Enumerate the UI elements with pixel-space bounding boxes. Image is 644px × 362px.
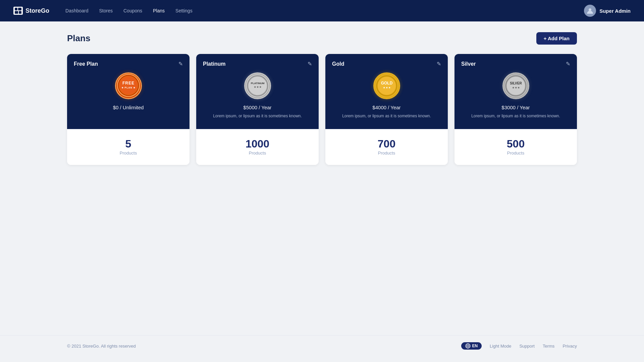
nav-stores[interactable]: Stores — [99, 8, 113, 13]
plan-name-free: Free Plan — [74, 61, 98, 67]
plan-desc-gold: Lorem ipsum, or lipsum as it is sometime… — [342, 113, 431, 119]
plan-name-platinum: Platinum — [203, 61, 226, 67]
header-left: StoreGo Dashboard Stores Coupons Plans S… — [13, 7, 193, 15]
footer: © 2021 StoreGo. All rights reserved EN L… — [0, 335, 644, 356]
plan-product-label-silver: Products — [461, 150, 570, 156]
footer-privacy[interactable]: Privacy — [562, 344, 577, 349]
svg-point-6 — [119, 76, 138, 95]
plan-product-label-platinum: Products — [203, 150, 312, 156]
nav-coupons[interactable]: Coupons — [123, 8, 142, 13]
add-plan-button[interactable]: + Add Plan — [536, 32, 577, 45]
plan-header-row-gold: Gold ✎ — [332, 61, 441, 67]
logo: StoreGo — [13, 7, 49, 15]
plan-card-free: Free Plan ✎ FREE ★ PLAN ★ $0 / Unlimited — [67, 54, 190, 165]
footer-terms[interactable]: Terms — [543, 344, 554, 349]
svg-text:★ ★ ★: ★ ★ ★ — [383, 86, 391, 89]
edit-icon-gold[interactable]: ✎ — [437, 61, 441, 67]
plan-header-row-silver: Silver ✎ — [461, 61, 570, 67]
footer-support[interactable]: Support — [519, 344, 535, 349]
footer-copyright: © 2021 StoreGo. All rights reserved — [67, 344, 136, 349]
nav-plans[interactable]: Plans — [153, 8, 165, 13]
plan-card-free-top: Free Plan ✎ FREE ★ PLAN ★ $0 / Unlimited — [67, 54, 190, 129]
plan-header-row-free: Free Plan ✎ — [74, 61, 183, 67]
lang-label: EN — [472, 344, 478, 348]
plan-desc-silver: Lorem ipsum, or lipsum as it is sometime… — [471, 113, 560, 119]
plan-name-silver: Silver — [461, 61, 476, 67]
svg-text:PLATINUM: PLATINUM — [251, 82, 264, 85]
plans-grid: Free Plan ✎ FREE ★ PLAN ★ $0 / Unlimited — [67, 54, 577, 165]
page-title: Plans — [67, 33, 90, 44]
plan-desc-platinum: Lorem ipsum, or lipsum as it is sometime… — [213, 113, 302, 119]
svg-text:★ PLAN ★: ★ PLAN ★ — [121, 86, 136, 89]
footer-right: EN Light Mode Support Terms Privacy — [461, 342, 577, 350]
nav-settings[interactable]: Settings — [175, 8, 193, 13]
plan-badge-gold: GOLD ★ ★ ★ — [373, 72, 400, 99]
plan-product-label-free: Products — [74, 150, 183, 156]
plan-card-platinum: Platinum ✎ PLATINUM ★ ★ ★ $5000 / Year L… — [196, 54, 319, 165]
plan-card-gold: Gold ✎ GOLD ★ ★ ★ $4000 / Year Lorem ips… — [325, 54, 448, 165]
plan-product-count-platinum: 1000 — [203, 138, 312, 149]
svg-text:★ ★ ★: ★ ★ ★ — [254, 86, 262, 88]
svg-rect-0 — [15, 8, 17, 10]
svg-text:FREE: FREE — [122, 81, 134, 85]
edit-icon-platinum[interactable]: ✎ — [308, 61, 312, 67]
plan-name-gold: Gold — [332, 61, 344, 67]
svg-rect-1 — [18, 8, 21, 10]
plan-badge-platinum: PLATINUM ★ ★ ★ — [244, 72, 271, 99]
svg-text:GOLD: GOLD — [381, 81, 392, 85]
plan-product-count-free: 5 — [74, 138, 183, 149]
avatar — [584, 5, 596, 17]
logo-icon — [13, 7, 23, 15]
plan-price-silver: $3000 / Year — [501, 105, 530, 110]
plan-header-row-platinum: Platinum ✎ — [203, 61, 312, 67]
plan-badge-silver: SILVER ★ ★ ★ — [502, 72, 529, 99]
header: StoreGo Dashboard Stores Coupons Plans S… — [0, 0, 644, 21]
svg-text:SILVER: SILVER — [510, 81, 522, 85]
main-content: Plans + Add Plan Free Plan ✎ FREE ★ PLAN… — [0, 21, 644, 335]
plan-product-count-gold: 700 — [332, 138, 441, 149]
plan-card-silver-top: Silver ✎ SILVER ★ ★ ★ $3000 / Year Lorem… — [454, 54, 577, 129]
svg-point-4 — [589, 8, 591, 11]
svg-point-18 — [506, 76, 525, 95]
plan-badge-free: FREE ★ PLAN ★ — [115, 72, 142, 99]
logo-text: StoreGo — [25, 7, 49, 14]
svg-text:★ ★ ★: ★ ★ ★ — [512, 86, 520, 89]
nav-dashboard[interactable]: Dashboard — [65, 8, 89, 13]
plan-card-gold-top: Gold ✎ GOLD ★ ★ ★ $4000 / Year Lorem ips… — [325, 54, 448, 129]
plan-bottom-free: 5 Products — [67, 129, 190, 165]
edit-icon-free[interactable]: ✎ — [178, 61, 183, 67]
plan-price-free: $0 / Unlimited — [113, 105, 144, 110]
edit-icon-silver[interactable]: ✎ — [566, 61, 570, 67]
svg-rect-2 — [15, 11, 18, 14]
badge-free-text: FREE ★ PLAN ★ — [116, 73, 141, 99]
plan-bottom-silver: 500 Products — [454, 129, 577, 165]
plan-price-platinum: $5000 / Year — [243, 105, 271, 110]
plan-card-silver: Silver ✎ SILVER ★ ★ ★ $3000 / Year Lorem… — [454, 54, 577, 165]
page-header: Plans + Add Plan — [67, 32, 577, 45]
footer-light-mode[interactable]: Light Mode — [490, 344, 511, 349]
plan-bottom-platinum: 1000 Products — [196, 129, 319, 165]
svg-point-14 — [377, 76, 396, 95]
user-name: Super Admin — [599, 8, 631, 14]
plan-product-count-silver: 500 — [461, 138, 570, 149]
plan-product-label-gold: Products — [332, 150, 441, 156]
plan-price-gold: $4000 / Year — [372, 105, 400, 110]
plan-card-platinum-top: Platinum ✎ PLATINUM ★ ★ ★ $5000 / Year L… — [196, 54, 319, 129]
header-right: Super Admin — [584, 5, 631, 17]
plan-bottom-gold: 700 Products — [325, 129, 448, 165]
svg-rect-3 — [19, 11, 21, 14]
nav: Dashboard Stores Coupons Plans Settings — [65, 8, 193, 13]
lang-badge[interactable]: EN — [461, 342, 482, 350]
globe-icon — [465, 343, 471, 349]
